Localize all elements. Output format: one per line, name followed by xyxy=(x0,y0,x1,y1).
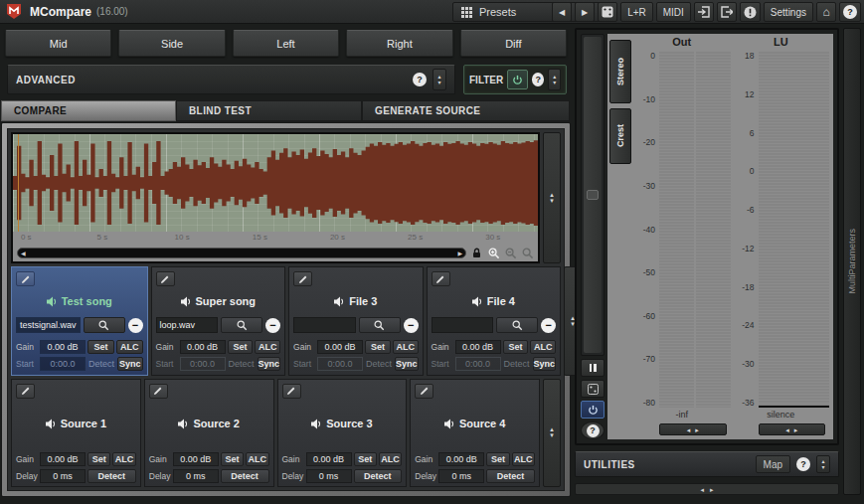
gain-value[interactable]: 0.00 dB xyxy=(438,452,484,466)
edit-button[interactable] xyxy=(282,384,301,399)
multiparameters-strip[interactable]: MultiParameters xyxy=(843,28,861,495)
slot-title-row[interactable]: Source 2 xyxy=(149,399,269,450)
info-button[interactable] xyxy=(740,2,761,22)
alc-button[interactable]: ALC xyxy=(379,452,402,466)
remove-file-button[interactable]: − xyxy=(265,318,280,333)
sync-button[interactable]: Sync xyxy=(533,357,557,371)
alc-button[interactable]: ALC xyxy=(512,452,535,466)
import-button[interactable] xyxy=(694,2,714,22)
detect-button[interactable]: Detect xyxy=(87,469,136,483)
gain-value[interactable]: 0.00 dB xyxy=(306,452,352,466)
browse-file-button[interactable] xyxy=(496,317,538,333)
gain-value[interactable]: 0.00 dB xyxy=(455,340,501,354)
set-button[interactable]: Set xyxy=(228,340,254,354)
utilities-bar[interactable]: UTILITIES Map ? ▴▾ xyxy=(575,451,839,477)
home-button[interactable]: ⌂ xyxy=(816,2,836,22)
file-name-field[interactable] xyxy=(432,317,494,333)
next-preset-button[interactable]: ▶ xyxy=(575,2,595,22)
delay-value[interactable]: 0 ms xyxy=(173,469,219,483)
file-name-field[interactable]: testsignal.wav xyxy=(16,317,81,333)
waveform-resize-handle[interactable]: ▴▾ xyxy=(543,132,561,263)
edit-button[interactable] xyxy=(415,384,433,399)
source-slot[interactable]: File 4 − Gain 0.00 dB Set ALC xyxy=(427,266,562,376)
edit-button[interactable] xyxy=(149,384,168,399)
delay-value[interactable]: 0 ms xyxy=(40,469,86,483)
delay-value[interactable]: 0 ms xyxy=(438,469,484,483)
start-value[interactable]: 0:00.0 xyxy=(455,357,501,371)
source-slot[interactable]: Source 4 Gain 0.00 dB Set ALC Delay 0 ms… xyxy=(410,379,540,488)
edit-button[interactable] xyxy=(293,271,312,286)
browse-file-button[interactable] xyxy=(221,317,262,333)
waveform-area[interactable] xyxy=(13,134,538,232)
channel-button[interactable]: Side xyxy=(118,30,225,57)
browse-file-button[interactable] xyxy=(84,317,125,333)
tab-stereo[interactable]: Stereo xyxy=(609,40,631,103)
gain-value[interactable]: 0.00 dB xyxy=(317,340,363,354)
advanced-bar[interactable]: ADVANCED ? ▴▾ xyxy=(7,65,455,94)
slot-title-row[interactable]: Test song xyxy=(16,286,143,317)
sync-button[interactable]: Sync xyxy=(395,357,419,371)
alc-button[interactable]: ALC xyxy=(112,452,135,466)
remove-file-button[interactable]: − xyxy=(404,318,419,333)
start-value[interactable]: 0:00.0 xyxy=(317,357,363,371)
source-slot[interactable]: Source 1 Gain 0.00 dB Set ALC Delay 0 ms… xyxy=(11,379,141,488)
waveform-scrollbar[interactable]: ◀ ▶ xyxy=(17,248,466,258)
file-name-field[interactable]: loop.wav xyxy=(156,317,219,333)
start-value[interactable]: 0:00.0 xyxy=(40,357,86,371)
channel-button[interactable]: Mid xyxy=(5,30,111,57)
slot-title-row[interactable]: File 4 xyxy=(432,286,557,317)
remove-file-button[interactable]: − xyxy=(128,318,143,333)
gain-value[interactable]: 0.00 dB xyxy=(40,340,86,354)
start-value[interactable]: 0:00.0 xyxy=(180,357,226,371)
delay-value[interactable]: 0 ms xyxy=(306,469,352,483)
panel-width-control[interactable]: ◂▸ xyxy=(575,483,839,495)
meter-power-button[interactable] xyxy=(581,401,605,419)
lu-meter-range-control[interactable]: ◂▸ xyxy=(759,423,826,435)
waveform-display[interactable]: 0 s5 s10 s15 s20 s25 s30 s ◀ ▶ xyxy=(11,132,540,263)
channel-mode-button[interactable]: L+R xyxy=(620,2,653,22)
tab[interactable]: GENERATE SOURCE xyxy=(362,100,570,121)
alc-button[interactable]: ALC xyxy=(246,452,268,466)
meter-zoom-slider[interactable] xyxy=(581,34,605,356)
alc-button[interactable]: ALC xyxy=(530,340,556,354)
out-meter-range-control[interactable]: ◂▸ xyxy=(659,423,727,435)
utilities-help-button[interactable]: ? xyxy=(796,457,810,471)
detect-button[interactable]: Detect xyxy=(87,357,115,371)
edit-button[interactable] xyxy=(156,271,175,286)
export-button[interactable] xyxy=(717,2,737,22)
meter-pause-button[interactable] xyxy=(581,359,605,377)
file-name-field[interactable] xyxy=(293,317,356,333)
sync-button[interactable]: Sync xyxy=(258,357,281,371)
detect-button[interactable]: Detect xyxy=(503,357,531,371)
set-button[interactable]: Set xyxy=(87,452,110,466)
gain-value[interactable]: 0.00 dB xyxy=(180,340,226,354)
detect-button[interactable]: Detect xyxy=(221,469,269,483)
tab[interactable]: BLIND TEST xyxy=(176,100,362,121)
edit-button[interactable] xyxy=(16,271,35,286)
alc-button[interactable]: ALC xyxy=(393,340,419,354)
previous-preset-button[interactable]: ◀ xyxy=(552,2,572,22)
gain-value[interactable]: 0.00 dB xyxy=(173,452,219,466)
set-button[interactable]: Set xyxy=(486,452,509,466)
slot-title-row[interactable]: Source 1 xyxy=(16,399,136,450)
zoom-out-button[interactable] xyxy=(504,247,517,259)
meter-help-button[interactable]: ? xyxy=(581,421,605,439)
channel-button[interactable]: Diff xyxy=(460,30,567,57)
filter-collapse-control[interactable]: ▴▾ xyxy=(548,69,561,90)
advanced-help-button[interactable]: ? xyxy=(413,73,427,86)
source-slot[interactable]: Super song loop.wav − Gain 0.00 dB Set A… xyxy=(151,266,286,376)
zoom-fit-button[interactable] xyxy=(521,247,534,259)
set-button[interactable]: Set xyxy=(365,340,391,354)
edit-button[interactable] xyxy=(16,384,35,399)
advanced-collapse-control[interactable]: ▴▾ xyxy=(432,69,446,90)
tab-crest[interactable]: Crest xyxy=(609,108,631,164)
map-button[interactable]: Map xyxy=(756,455,790,473)
detect-button[interactable]: Detect xyxy=(486,469,535,483)
alc-button[interactable]: ALC xyxy=(116,340,143,354)
slot-title-row[interactable]: File 3 xyxy=(293,286,419,317)
set-button[interactable]: Set xyxy=(87,340,114,354)
alc-button[interactable]: ALC xyxy=(255,340,280,354)
utilities-collapse-control[interactable]: ▴▾ xyxy=(816,455,830,473)
source-slot[interactable]: File 3 − Gain 0.00 dB Set ALC xyxy=(288,266,424,376)
zoom-in-button[interactable] xyxy=(487,247,500,259)
